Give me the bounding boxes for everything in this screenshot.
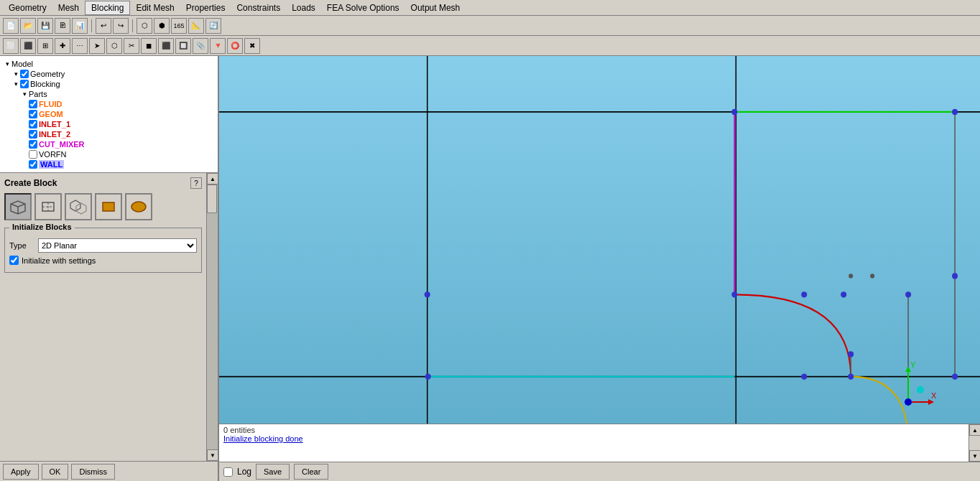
undo-btn[interactable]: ↩ xyxy=(96,18,111,34)
vorfn-checkbox[interactable] xyxy=(29,150,37,159)
blocking-expander[interactable]: ▾ xyxy=(11,80,20,88)
viewport[interactable]: ANSYS R18.0 xyxy=(219,56,980,481)
block-multi-btn[interactable] xyxy=(65,193,92,220)
scroll-thumb[interactable] xyxy=(207,185,217,213)
geometry-checkbox[interactable] xyxy=(20,70,29,78)
tree-parts[interactable]: ▾ Parts xyxy=(3,89,215,99)
toolbar-geo3[interactable]: 165 xyxy=(171,18,187,34)
tb2-9[interactable]: ◼ xyxy=(141,38,157,54)
tree-inlet2[interactable]: INLET_2 xyxy=(3,129,215,139)
tree-blocking[interactable]: ▾ Blocking xyxy=(3,79,215,89)
tb2-1[interactable]: ⬜ xyxy=(3,38,19,54)
svg-point-33 xyxy=(848,351,854,357)
clear-log-btn[interactable]: Clear xyxy=(294,464,328,480)
svg-rect-9 xyxy=(103,202,114,211)
init-settings-checkbox[interactable] xyxy=(9,256,19,265)
tb2-15[interactable]: ✖ xyxy=(244,38,260,54)
menu-output-mesh[interactable]: Output Mesh xyxy=(405,1,466,14)
tb2-11[interactable]: 🔲 xyxy=(175,38,191,54)
menu-fea[interactable]: FEA Solve Options xyxy=(321,1,405,14)
type-label: Type xyxy=(9,241,38,250)
geometry-expander[interactable]: ▾ xyxy=(11,70,20,78)
menu-geometry[interactable]: Geometry xyxy=(3,1,52,14)
block-icons xyxy=(4,193,202,220)
log-scroll-down[interactable]: ▼ xyxy=(969,450,980,462)
new-btn[interactable]: 📄 xyxy=(3,18,19,34)
tb2-8[interactable]: ✂ xyxy=(124,38,139,54)
dismiss-btn[interactable]: Dismiss xyxy=(71,464,115,480)
inlet1-checkbox[interactable] xyxy=(29,120,37,129)
log-area: 0 entities Initialize blocking done ▲ ▼ … xyxy=(219,424,980,481)
tb2-14[interactable]: ⭕ xyxy=(227,38,243,54)
svg-point-34 xyxy=(801,373,807,379)
inlet1-label: INLET_1 xyxy=(39,120,70,129)
tb2-13[interactable]: 🔻 xyxy=(210,38,226,54)
tb2-10[interactable]: ⬛ xyxy=(158,38,174,54)
tree-fluid[interactable]: FLUID xyxy=(3,99,215,109)
fluid-checkbox[interactable] xyxy=(29,100,37,108)
tb2-6[interactable]: ➤ xyxy=(89,38,105,54)
tree-cut[interactable]: CUT_MIXER xyxy=(3,139,215,149)
tb2-7[interactable]: ⬡ xyxy=(106,38,122,54)
log-checkbox[interactable] xyxy=(223,467,233,477)
group-title: Initialize Blocks xyxy=(9,223,75,231)
type-row: Type 2D Planar 3D Bounding Box Custom xyxy=(9,238,197,253)
apply-btn[interactable]: Apply xyxy=(3,464,39,480)
tree-wall[interactable]: WALL xyxy=(3,159,215,169)
open-btn[interactable]: 📂 xyxy=(20,18,36,34)
tree-geometry[interactable]: ▾ Geometry xyxy=(3,69,215,79)
menu-properties[interactable]: Properties xyxy=(180,1,231,14)
log-scroll-up[interactable]: ▲ xyxy=(969,424,980,436)
save-log-btn[interactable]: Save xyxy=(256,464,290,480)
model-expander[interactable]: ▾ xyxy=(3,60,11,68)
block-surface-btn[interactable] xyxy=(125,193,152,220)
redo-btn[interactable]: ↪ xyxy=(113,18,129,34)
parts-expander[interactable]: ▾ xyxy=(20,90,29,98)
block-3d-btn[interactable] xyxy=(4,193,32,220)
ok-btn[interactable]: OK xyxy=(42,464,69,480)
toolbar-btn4[interactable]: 🖹 xyxy=(55,18,70,34)
multi-block-icon xyxy=(68,197,88,217)
toolbar-geo5[interactable]: 🔄 xyxy=(205,18,221,34)
tree-model[interactable]: ▾ Model xyxy=(3,59,215,69)
menu-edit-mesh[interactable]: Edit Mesh xyxy=(130,1,180,14)
inlet2-checkbox[interactable] xyxy=(29,130,37,139)
menu-loads[interactable]: Loads xyxy=(286,1,321,14)
scroll-down-btn[interactable]: ▼ xyxy=(207,449,218,461)
log-toolbar: Log Save Clear xyxy=(219,462,980,481)
tree-vorfn[interactable]: VORFN xyxy=(3,149,215,159)
svg-point-22 xyxy=(425,291,430,297)
panel-header: Create Block ? xyxy=(4,177,202,189)
toolbar-btn5[interactable]: 📊 xyxy=(72,18,88,34)
log-message[interactable]: Initialize blocking done xyxy=(223,434,976,443)
svg-point-26 xyxy=(952,373,958,379)
toolbar-geo4[interactable]: 📐 xyxy=(188,18,204,34)
menu-mesh[interactable]: Mesh xyxy=(52,1,85,14)
tree-inlet1[interactable]: INLET_1 xyxy=(3,119,215,129)
block-solid-btn[interactable] xyxy=(95,193,122,220)
tb2-3[interactable]: ⊞ xyxy=(37,38,53,54)
block-2d-btn[interactable] xyxy=(34,193,62,220)
create-block-panel: Create Block ? xyxy=(0,173,206,283)
init-settings-row: Initialize with settings xyxy=(9,256,197,265)
tree-geom[interactable]: GEOM xyxy=(3,109,215,119)
scroll-up-btn[interactable]: ▲ xyxy=(207,173,218,185)
svg-point-36 xyxy=(952,273,958,279)
toolbar-geo1[interactable]: ⬡ xyxy=(137,18,152,34)
help-button[interactable]: ? xyxy=(190,177,202,189)
blocking-checkbox[interactable] xyxy=(20,80,29,88)
save-btn[interactable]: 💾 xyxy=(37,18,53,34)
type-select[interactable]: 2D Planar 3D Bounding Box Custom xyxy=(38,238,197,253)
tb2-12[interactable]: 📎 xyxy=(193,38,208,54)
tb2-5[interactable]: ⋯ xyxy=(72,38,88,54)
tb2-4[interactable]: ✚ xyxy=(55,38,70,54)
tb2-2[interactable]: ⬛ xyxy=(20,38,36,54)
cut-checkbox[interactable] xyxy=(29,140,37,149)
toolbar-geo2[interactable]: ⬢ xyxy=(154,18,170,34)
wall-checkbox[interactable] xyxy=(29,160,37,169)
menu-blocking[interactable]: Blocking xyxy=(85,1,130,15)
geom-checkbox[interactable] xyxy=(29,110,37,118)
svg-point-28 xyxy=(731,291,737,297)
inlet2-label: INLET_2 xyxy=(39,130,70,139)
menu-constraints[interactable]: Constraints xyxy=(231,1,286,14)
